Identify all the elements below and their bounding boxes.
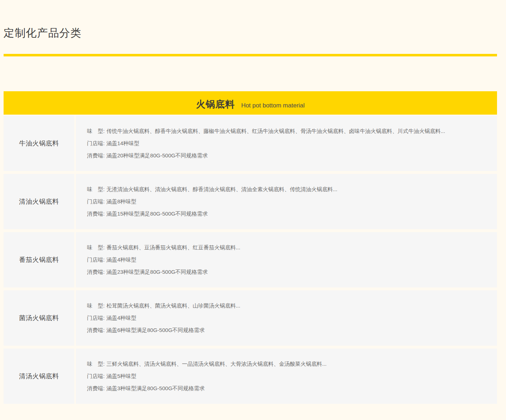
accent-divider [4,54,497,56]
store-value: 涵盖4种味型 [106,315,136,321]
flavor-value: 番茄火锅底料、豆汤番茄火锅底料、红豆番茄火锅底料... [106,244,240,250]
store-label: 门店端: [87,198,105,204]
category-details: 味 型:番茄火锅底料、豆汤番茄火锅底料、红豆番茄火锅底料... 门店端:涵盖4种… [76,232,497,287]
category-name: 牛油火锅底料 [4,116,74,171]
store-line: 门店端:涵盖5种味型 [87,373,490,380]
consumer-line: 消费端:涵盖20种味型满足80G-500G不同规格需求 [87,152,490,159]
consumer-line: 消费端:涵盖3种味型满足80G-500G不同规格需求 [87,385,490,392]
category-details: 味 型:无渣清油火锅底料、清油火锅底料、醇香清油火锅底料、清油全素火锅底料、传统… [76,174,497,229]
category-name: 番茄火锅底料 [4,232,74,287]
store-line: 门店端:涵盖8种味型 [87,198,490,205]
consumer-value: 涵盖6种味型满足80G-500G不同规格需求 [106,327,204,333]
store-label: 门店端: [87,373,105,379]
category-details: 味 型:松茸菌汤火锅底料、菌汤火锅底料、山珍菌汤火锅底料... 门店端:涵盖4种… [76,290,497,346]
consumer-line: 消费端:涵盖23种味型满足80G-500G不同规格需求 [87,268,490,276]
table-row-mushroom-soup: 菌汤火锅底料 味 型:松茸菌汤火锅底料、菌汤火锅底料、山珍菌汤火锅底料... 门… [4,290,497,346]
flavor-value: 三鲜火锅底料、清汤火锅底料、一品清汤火锅底料、大骨浓汤火锅底料、金汤酸菜火锅底料… [106,361,327,367]
flavor-line: 味 型:三鲜火锅底料、清汤火锅底料、一品清汤火锅底料、大骨浓汤火锅底料、金汤酸菜… [87,360,490,368]
table-row-tomato: 番茄火锅底料 味 型:番茄火锅底料、豆汤番茄火锅底料、红豆番茄火锅底料... 门… [4,232,497,287]
consumer-value: 涵盖20种味型满足80G-500G不同规格需求 [106,152,208,158]
category-table: 牛油火锅底料 味 型:传统牛油火锅底料、醇香牛油火锅底料、藤椒牛油火锅底料、红汤… [4,116,497,404]
flavor-label: 味 型: [87,303,105,309]
category-name: 菌汤火锅底料 [4,290,74,346]
consumer-label: 消费端: [87,385,105,391]
consumer-value: 涵盖15种味型满足80G-500G不同规格需求 [106,211,208,217]
category-name: 清汤火锅底料 [4,349,74,404]
flavor-value: 传统牛油火锅底料、醇香牛油火锅底料、藤椒牛油火锅底料、红汤牛油火锅底料、骨汤牛油… [106,128,445,134]
flavor-line: 味 型:松茸菌汤火锅底料、菌汤火锅底料、山珍菌汤火锅底料... [87,302,490,309]
flavor-label: 味 型: [87,244,105,250]
flavor-line: 味 型:番茄火锅底料、豆汤番茄火锅底料、红豆番茄火锅底料... [87,244,490,251]
store-label: 门店端: [87,315,105,321]
flavor-value: 无渣清油火锅底料、清油火锅底料、醇香清油火锅底料、清油全素火锅底料、传统清油火锅… [106,186,337,192]
hotpot-section: 火锅底料 Hot pot bottom material 牛油火锅底料 味 型:… [4,91,497,404]
table-row-beef-tallow: 牛油火锅底料 味 型:传统牛油火锅底料、醇香牛油火锅底料、藤椒牛油火锅底料、红汤… [4,116,497,171]
store-line: 门店端:涵盖4种味型 [87,256,490,263]
section-title: 火锅底料 [196,98,235,111]
table-row-clear-oil: 清油火锅底料 味 型:无渣清油火锅底料、清油火锅底料、醇香清油火锅底料、清油全素… [4,174,497,229]
category-details: 味 型:三鲜火锅底料、清汤火锅底料、一品清汤火锅底料、大骨浓汤火锅底料、金汤酸菜… [76,349,497,404]
store-line: 门店端:涵盖14种味型 [87,140,490,147]
consumer-label: 消费端: [87,211,105,217]
consumer-label: 消费端: [87,269,105,275]
consumer-value: 涵盖23种味型满足80G-500G不同规格需求 [106,269,208,275]
consumer-line: 消费端:涵盖15种味型满足80G-500G不同规格需求 [87,210,490,217]
flavor-label: 味 型: [87,361,105,367]
page: 定制化产品分类 火锅底料 Hot pot bottom material 牛油火… [0,0,506,404]
store-line: 门店端:涵盖4种味型 [87,314,490,322]
table-row-clear-soup: 清汤火锅底料 味 型:三鲜火锅底料、清汤火锅底料、一品清汤火锅底料、大骨浓汤火锅… [4,349,497,404]
section-header: 火锅底料 Hot pot bottom material [4,91,497,115]
category-name: 清油火锅底料 [4,174,74,229]
store-label: 门店端: [87,140,105,146]
consumer-line: 消费端:涵盖6种味型满足80G-500G不同规格需求 [87,327,490,334]
store-value: 涵盖4种味型 [106,257,136,263]
consumer-label: 消费端: [87,152,105,158]
flavor-label: 味 型: [87,186,105,192]
consumer-value: 涵盖3种味型满足80G-500G不同规格需求 [106,385,204,391]
flavor-label: 味 型: [87,128,105,134]
store-value: 涵盖14种味型 [106,140,139,146]
consumer-label: 消费端: [87,327,105,333]
flavor-line: 味 型:无渣清油火锅底料、清油火锅底料、醇香清油火锅底料、清油全素火锅底料、传统… [87,186,490,193]
page-title: 定制化产品分类 [4,0,497,41]
store-value: 涵盖8种味型 [106,198,136,204]
flavor-value: 松茸菌汤火锅底料、菌汤火锅底料、山珍菌汤火锅底料... [106,303,240,309]
store-label: 门店端: [87,257,105,263]
section-subtitle: Hot pot bottom material [241,102,305,109]
flavor-line: 味 型:传统牛油火锅底料、醇香牛油火锅底料、藤椒牛油火锅底料、红汤牛油火锅底料、… [87,128,490,135]
category-details: 味 型:传统牛油火锅底料、醇香牛油火锅底料、藤椒牛油火锅底料、红汤牛油火锅底料、… [76,116,497,171]
store-value: 涵盖5种味型 [106,373,136,379]
